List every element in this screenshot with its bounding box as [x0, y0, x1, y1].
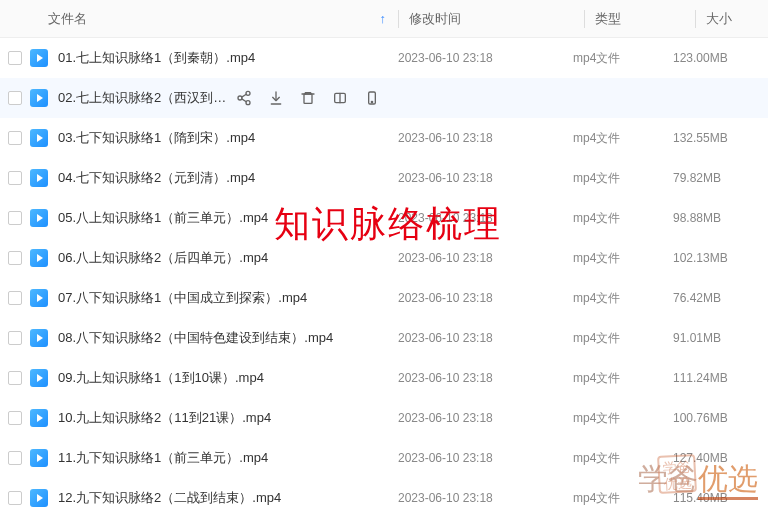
file-type: mp4文件: [573, 250, 673, 267]
file-type: mp4文件: [573, 370, 673, 387]
svg-point-9: [371, 101, 372, 102]
file-name-cell[interactable]: 04.七下知识脉络2（元到清）.mp4: [58, 169, 398, 187]
file-name-cell[interactable]: 07.八下知识脉络1（中国成立到探索）.mp4: [58, 289, 398, 307]
svg-rect-5: [304, 94, 312, 103]
file-date: 2023-06-10 23:18: [398, 451, 573, 465]
sort-asc-icon[interactable]: ↑: [380, 11, 387, 26]
video-file-icon: [30, 409, 48, 427]
file-type: mp4文件: [573, 490, 673, 507]
row-checkbox[interactable]: [0, 371, 30, 385]
file-name-cell[interactable]: 11.九下知识脉络1（前三单元）.mp4: [58, 449, 398, 467]
file-date: 2023-06-10 23:18: [398, 211, 573, 225]
file-date: 2023-06-10 23:18: [398, 51, 573, 65]
file-date: 2023-06-10 23:18: [398, 131, 573, 145]
file-name-cell[interactable]: 05.八上知识脉络1（前三单元）.mp4: [58, 209, 398, 227]
table-row[interactable]: 01.七上知识脉络1（到秦朝）.mp42023-06-10 23:18mp4文件…: [0, 38, 768, 78]
delete-icon[interactable]: [300, 90, 316, 106]
col-header-type[interactable]: 类型: [595, 10, 695, 28]
row-checkbox[interactable]: [0, 251, 30, 265]
video-file-icon: [30, 289, 48, 307]
row-checkbox[interactable]: [0, 491, 30, 505]
file-icon-cell: [30, 449, 58, 467]
file-type: mp4文件: [573, 330, 673, 347]
share-icon[interactable]: [236, 90, 252, 106]
file-type: mp4文件: [573, 290, 673, 307]
file-name-cell[interactable]: 02.七上知识脉络2（西汉到南北朝）.mp4: [58, 89, 398, 107]
table-row[interactable]: 12.九下知识脉络2（二战到结束）.mp42023-06-10 23:18mp4…: [0, 478, 768, 518]
col-separator: [584, 10, 585, 28]
file-icon-cell: [30, 209, 58, 227]
file-name: 10.九上知识脉络2（11到21课）.mp4: [58, 409, 271, 427]
row-checkbox[interactable]: [0, 451, 30, 465]
file-name: 11.九下知识脉络1（前三单元）.mp4: [58, 449, 268, 467]
svg-line-4: [242, 99, 247, 102]
file-date: 2023-06-10 23:18: [398, 411, 573, 425]
file-type: mp4文件: [573, 130, 673, 147]
file-size: 76.42MB: [673, 291, 768, 305]
file-name-cell[interactable]: 10.九上知识脉络2（11到21课）.mp4: [58, 409, 398, 427]
download-icon[interactable]: [268, 90, 284, 106]
row-actions: [236, 90, 380, 106]
file-name: 12.九下知识脉络2（二战到结束）.mp4: [58, 489, 281, 507]
row-checkbox[interactable]: [0, 331, 30, 345]
file-name: 07.八下知识脉络1（中国成立到探索）.mp4: [58, 289, 307, 307]
row-checkbox[interactable]: [0, 91, 30, 105]
table-row[interactable]: 09.九上知识脉络1（1到10课）.mp42023-06-10 23:18mp4…: [0, 358, 768, 398]
file-name: 06.八上知识脉络2（后四单元）.mp4: [58, 249, 268, 267]
table-row[interactable]: 10.九上知识脉络2（11到21课）.mp42023-06-10 23:18mp…: [0, 398, 768, 438]
row-checkbox[interactable]: [0, 171, 30, 185]
file-name-cell[interactable]: 12.九下知识脉络2（二战到结束）.mp4: [58, 489, 398, 507]
video-file-icon: [30, 449, 48, 467]
file-date: 2023-06-10 23:18: [398, 251, 573, 265]
rename-icon[interactable]: [332, 90, 348, 106]
file-type: mp4文件: [573, 450, 673, 467]
file-name: 05.八上知识脉络1（前三单元）.mp4: [58, 209, 268, 227]
row-checkbox[interactable]: [0, 411, 30, 425]
file-date: 2023-06-10 23:18: [398, 371, 573, 385]
row-checkbox[interactable]: [0, 291, 30, 305]
more-icon[interactable]: [364, 90, 380, 106]
file-type: mp4文件: [573, 210, 673, 227]
video-file-icon: [30, 329, 48, 347]
row-checkbox[interactable]: [0, 51, 30, 65]
file-icon-cell: [30, 169, 58, 187]
file-size: 123.00MB: [673, 51, 768, 65]
table-row[interactable]: 08.八下知识脉络2（中国特色建设到结束）.mp42023-06-10 23:1…: [0, 318, 768, 358]
file-name-cell[interactable]: 06.八上知识脉络2（后四单元）.mp4: [58, 249, 398, 267]
video-file-icon: [30, 209, 48, 227]
file-type: mp4文件: [573, 50, 673, 67]
table-row[interactable]: 06.八上知识脉络2（后四单元）.mp42023-06-10 23:18mp4文…: [0, 238, 768, 278]
file-size: 127.40MB: [673, 451, 768, 465]
file-date: 2023-06-10 23:18: [398, 291, 573, 305]
file-name-cell[interactable]: 08.八下知识脉络2（中国特色建设到结束）.mp4: [58, 329, 398, 347]
file-date: 2023-06-10 23:18: [398, 331, 573, 345]
file-name: 04.七下知识脉络2（元到清）.mp4: [58, 169, 255, 187]
file-name: 03.七下知识脉络1（隋到宋）.mp4: [58, 129, 255, 147]
file-icon-cell: [30, 409, 58, 427]
file-name-cell[interactable]: 01.七上知识脉络1（到秦朝）.mp4: [58, 49, 398, 67]
table-row[interactable]: 04.七下知识脉络2（元到清）.mp42023-06-10 23:18mp4文件…: [0, 158, 768, 198]
file-type: mp4文件: [573, 170, 673, 187]
file-name: 09.九上知识脉络1（1到10课）.mp4: [58, 369, 264, 387]
file-size: 98.88MB: [673, 211, 768, 225]
col-header-name[interactable]: 文件名 ↑: [0, 10, 398, 28]
file-date: 2023-06-10 23:18: [398, 171, 573, 185]
file-icon-cell: [30, 129, 58, 147]
table-row[interactable]: 05.八上知识脉络1（前三单元）.mp42023-06-10 23:18mp4文…: [0, 198, 768, 238]
file-size: 91.01MB: [673, 331, 768, 345]
table-row[interactable]: 07.八下知识脉络1（中国成立到探索）.mp42023-06-10 23:18m…: [0, 278, 768, 318]
row-checkbox[interactable]: [0, 131, 30, 145]
video-file-icon: [30, 169, 48, 187]
file-name-cell[interactable]: 03.七下知识脉络1（隋到宋）.mp4: [58, 129, 398, 147]
col-header-size[interactable]: 大小: [706, 10, 768, 28]
col-header-date[interactable]: 修改时间: [409, 10, 584, 28]
table-row[interactable]: 02.七上知识脉络2（西汉到南北朝）.mp4: [0, 78, 768, 118]
table-row[interactable]: 11.九下知识脉络1（前三单元）.mp42023-06-10 23:18mp4文…: [0, 438, 768, 478]
table-header: 文件名 ↑ 修改时间 类型 大小: [0, 0, 768, 38]
row-checkbox[interactable]: [0, 211, 30, 225]
video-file-icon: [30, 369, 48, 387]
table-row[interactable]: 03.七下知识脉络1（隋到宋）.mp42023-06-10 23:18mp4文件…: [0, 118, 768, 158]
file-name-cell[interactable]: 09.九上知识脉络1（1到10课）.mp4: [58, 369, 398, 387]
file-icon-cell: [30, 49, 58, 67]
file-size: 102.13MB: [673, 251, 768, 265]
